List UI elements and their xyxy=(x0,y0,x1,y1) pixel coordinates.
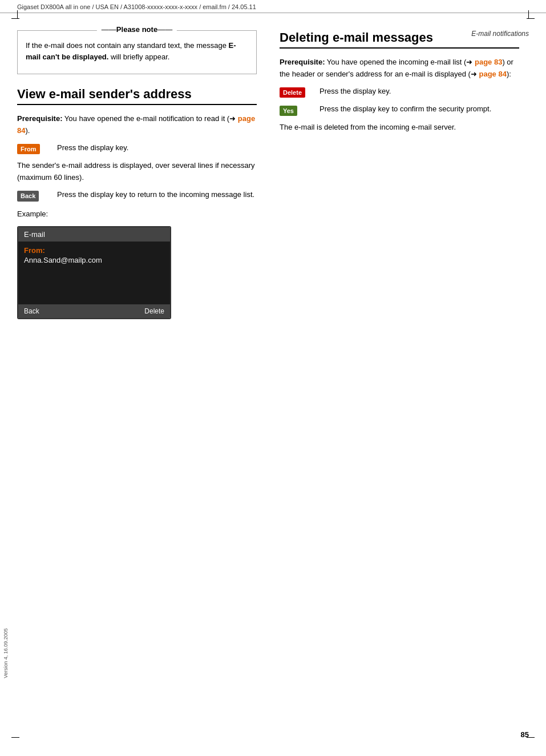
prereq-arrow-right: ➜ xyxy=(466,58,472,66)
vertical-text: Version 4, 16.09.2005 xyxy=(3,628,9,678)
example-label: Example: xyxy=(17,210,257,218)
left-prerequisite: Prerequisite: You have opened the e-mail… xyxy=(17,113,257,136)
please-note-body: If the e-mail does not contain any stand… xyxy=(26,40,248,62)
prereq-text-right: You have opened the incoming e-mail list… xyxy=(325,58,466,66)
from-key-cell: From xyxy=(17,142,57,155)
vertical-text-wrapper: Version 4, 16.09.2005 xyxy=(0,596,11,710)
phone-screen-from-label: From: xyxy=(24,246,164,255)
dash-mark-tl xyxy=(11,18,19,19)
delete-key-cell: Delete xyxy=(280,86,319,98)
please-note-text2: will briefly appear. xyxy=(108,53,169,61)
prereq-text-left: You have opened the e-mail notification … xyxy=(62,114,229,123)
prereq-end-left: ). xyxy=(25,126,30,135)
left-column: Please note If the e-mail does not conta… xyxy=(17,30,257,319)
corner-mark-tl xyxy=(17,10,18,18)
prereq-link2-right: page 84 xyxy=(477,70,507,78)
left-section-heading: View e-mail sender's address xyxy=(17,87,257,105)
sender-info-text: The sender's e-mail address is displayed… xyxy=(17,160,257,183)
yes-badge: Yes xyxy=(280,106,297,116)
please-note-text1: If the e-mail does not contain any stand… xyxy=(26,41,229,50)
right-footer-text: The e-mail is deleted from the incoming … xyxy=(280,122,519,133)
dash-mark-br xyxy=(527,737,535,738)
right-column: Deleting e-mail messages Prerequisite: Y… xyxy=(280,30,519,319)
top-header: Gigaset DX800A all in one / USA EN / A31… xyxy=(0,0,546,13)
header-title: Gigaset DX800A all in one / USA EN / A31… xyxy=(17,3,256,10)
phone-screen-titlebar: E-mail xyxy=(18,227,170,242)
please-note-title: Please note xyxy=(97,25,177,34)
prereq-arrow-left: ➜ xyxy=(229,114,236,123)
delete-desc-cell: Press the display key. xyxy=(319,86,519,97)
section-label: E-mail notifications xyxy=(471,30,529,38)
prereq-arrow2-right: ➜ xyxy=(471,70,477,78)
corner-mark-tr xyxy=(528,10,529,18)
from-badge: From xyxy=(17,144,40,155)
phone-screen-footer: Back Delete xyxy=(18,304,170,318)
please-note-box: Please note If the e-mail does not conta… xyxy=(17,30,257,74)
phone-screen: E-mail From: Anna.Sand@mailp.com Back De… xyxy=(17,226,171,319)
from-key-row: From Press the display key. xyxy=(17,142,257,155)
prereq-label-right: Prerequisite: xyxy=(280,58,325,66)
phone-screen-body: From: Anna.Sand@mailp.com xyxy=(18,242,170,304)
page-wrapper: Gigaset DX800A all in one / USA EN / A31… xyxy=(0,0,546,756)
phone-back-btn: Back xyxy=(24,307,39,315)
prereq-end-right: ): xyxy=(507,70,511,78)
phone-screen-address: Anna.Sand@mailp.com xyxy=(24,256,164,264)
prereq-label-left: Prerequisite: xyxy=(17,114,62,123)
from-desc-cell: Press the display key. xyxy=(57,142,257,154)
main-content: Please note If the e-mail does not conta… xyxy=(0,19,546,331)
prereq-link-right: page 83 xyxy=(472,58,502,66)
dash-mark-bl xyxy=(11,737,19,738)
phone-delete-btn: Delete xyxy=(144,307,164,315)
back-key-cell: Back xyxy=(17,189,57,202)
delete-badge: Delete xyxy=(280,87,305,98)
back-badge: Back xyxy=(17,191,39,202)
delete-key-row: Delete Press the display key. xyxy=(280,86,519,98)
right-prerequisite: Prerequisite: You have opened the incomi… xyxy=(280,57,519,79)
back-key-row: Back Press the display key to return to … xyxy=(17,189,257,202)
yes-key-cell: Yes xyxy=(280,103,319,116)
dash-mark-tr xyxy=(527,18,535,19)
back-desc-cell: Press the display key to return to the i… xyxy=(57,189,257,200)
yes-desc-cell: Press the display key to confirm the sec… xyxy=(319,103,519,115)
yes-key-row: Yes Press the display key to confirm the… xyxy=(280,103,519,116)
